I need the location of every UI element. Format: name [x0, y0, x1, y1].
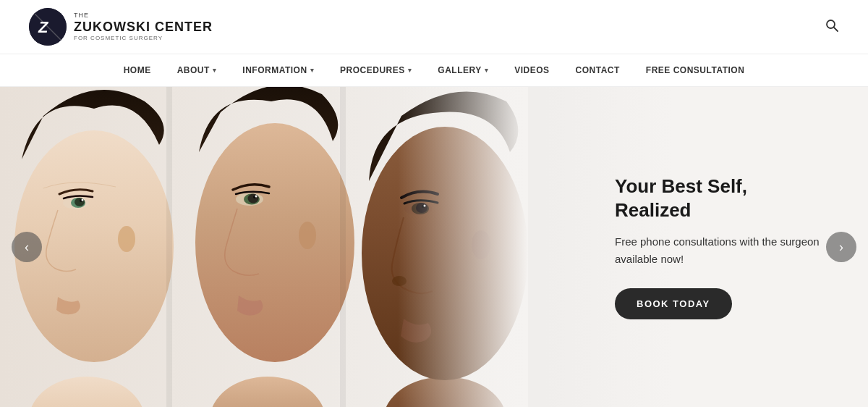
- logo-text-block: THE ZUKOWSKI CENTER FOR COSMETIC SURGERY: [74, 12, 213, 42]
- chevron-down-icon: ▾: [408, 67, 412, 74]
- svg-point-12: [82, 199, 84, 201]
- chevron-down-icon: ▾: [485, 67, 489, 74]
- svg-rect-31: [166, 87, 172, 407]
- nav-videos[interactable]: VIDEOS: [501, 54, 562, 86]
- svg-point-20: [255, 196, 258, 198]
- nav-free-consultation[interactable]: FREE CONSULTATION: [633, 54, 758, 86]
- nav-procedures[interactable]: PROCEDURES ▾: [327, 54, 425, 86]
- svg-point-15: [195, 123, 354, 362]
- svg-point-3: [827, 20, 835, 28]
- nav-contact[interactable]: CONTACT: [563, 54, 633, 86]
- logo-the: THE: [74, 12, 213, 20]
- chevron-down-icon: ▾: [310, 67, 315, 74]
- svg-text:Z: Z: [38, 18, 49, 36]
- hero-subtitle: Free phone consultations with the surgeo…: [615, 233, 825, 268]
- svg-point-21: [299, 222, 316, 249]
- hero-title: Your Best Self, Realized: [615, 175, 825, 222]
- svg-line-4: [834, 28, 838, 31]
- nav-gallery[interactable]: GALLERY ▾: [425, 54, 501, 86]
- svg-rect-33: [398, 87, 528, 407]
- logo[interactable]: Z THE ZUKOWSKI CENTER FOR COSMETIC SURGE…: [29, 8, 213, 46]
- logo-subtitle: FOR COSMETIC SURGERY: [74, 35, 213, 42]
- svg-point-10: [75, 198, 85, 206]
- hero-section: Your Best Self, Realized Free phone cons…: [0, 87, 868, 407]
- chevron-down-icon: ▾: [213, 67, 217, 74]
- logo-icon: Z: [29, 8, 67, 46]
- hero-image: [0, 87, 528, 407]
- book-today-button[interactable]: BOOK TODAY: [615, 288, 732, 319]
- carousel-prev-button[interactable]: ‹: [12, 232, 42, 262]
- logo-name: ZUKOWSKI CENTER: [74, 20, 213, 35]
- main-nav: HOME ABOUT ▾ INFORMATION ▾ PROCEDURES ▾ …: [0, 54, 868, 87]
- nav-information[interactable]: INFORMATION ▾: [229, 54, 327, 86]
- site-header: Z THE ZUKOWSKI CENTER FOR COSMETIC SURGE…: [0, 0, 868, 54]
- search-button[interactable]: [825, 18, 839, 35]
- svg-point-18: [248, 194, 259, 204]
- carousel-next-button[interactable]: ›: [826, 232, 856, 262]
- hero-text-panel: Your Best Self, Realized Free phone cons…: [542, 87, 868, 407]
- nav-about[interactable]: ABOUT ▾: [164, 54, 230, 86]
- nav-home[interactable]: HOME: [111, 54, 164, 86]
- svg-rect-32: [340, 87, 346, 407]
- svg-point-13: [118, 226, 135, 252]
